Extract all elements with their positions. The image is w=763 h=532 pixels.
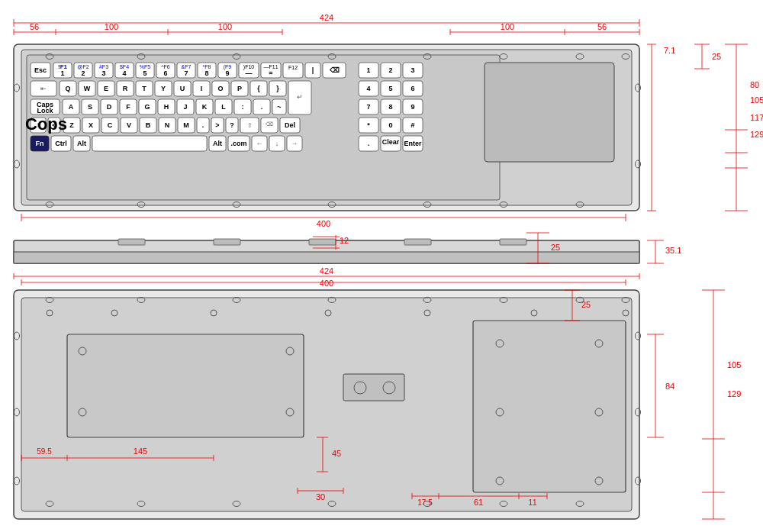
svg-text:V: V <box>127 121 131 129</box>
svg-text:Z: Z <box>69 121 74 129</box>
svg-text:P: P <box>237 85 242 92</box>
svg-text:0: 0 <box>388 121 392 129</box>
svg-text:⇤: ⇤ <box>40 85 47 92</box>
svg-text:#F3: #F3 <box>99 64 108 69</box>
svg-text:@F2: @F2 <box>77 64 89 69</box>
svg-text:Q: Q <box>65 85 70 92</box>
svg-text:80: 80 <box>750 80 759 89</box>
svg-text:56: 56 <box>597 22 607 31</box>
svg-text:25: 25 <box>712 52 721 61</box>
svg-text:Lock: Lock <box>37 107 53 114</box>
svg-text:.: . <box>202 121 204 129</box>
svg-text:105: 105 <box>750 95 763 105</box>
svg-text:~: ~ <box>277 103 281 111</box>
svg-text:145: 145 <box>134 447 147 456</box>
svg-text:⌫: ⌫ <box>266 121 273 127</box>
svg-text:4: 4 <box>366 85 370 92</box>
svg-text:2: 2 <box>81 69 85 77</box>
svg-text:Fn: Fn <box>36 140 44 147</box>
svg-text:12: 12 <box>340 236 349 245</box>
svg-text:—: — <box>246 69 253 77</box>
svg-text:W: W <box>84 85 91 92</box>
svg-rect-241 <box>118 239 145 245</box>
svg-text:7.1: 7.1 <box>664 46 675 55</box>
svg-text:F: F <box>126 103 130 111</box>
svg-text:&F7: &F7 <box>182 64 192 69</box>
svg-text:400: 400 <box>317 219 330 228</box>
svg-text:6: 6 <box>410 85 414 92</box>
svg-text:^F6: ^F6 <box>161 64 170 69</box>
svg-text:A: A <box>69 103 74 111</box>
svg-text:>: > <box>215 121 219 129</box>
svg-text:Y: Y <box>161 85 166 92</box>
svg-text:#: # <box>410 121 414 129</box>
svg-rect-242 <box>214 239 240 245</box>
svg-text:Del: Del <box>285 121 295 129</box>
svg-text:.: . <box>261 103 263 111</box>
svg-text:25: 25 <box>551 243 560 252</box>
svg-text:4: 4 <box>122 69 126 77</box>
svg-text:11: 11 <box>528 498 537 507</box>
svg-text:G: G <box>144 103 150 111</box>
svg-text:Alt: Alt <box>213 140 222 147</box>
svg-text:*F8: *F8 <box>203 64 211 69</box>
svg-text:X: X <box>89 121 93 129</box>
svg-text:U: U <box>180 85 185 92</box>
svg-text:3: 3 <box>410 66 414 74</box>
svg-text:6: 6 <box>163 69 167 77</box>
svg-text:*: * <box>367 121 370 129</box>
svg-text:45: 45 <box>332 449 341 458</box>
svg-rect-243 <box>309 239 336 245</box>
diagram-container: Esc !F1 1 @F2 2 #F3 3 $F4 4 %F5 5 ^F6 6 … <box>0 0 763 532</box>
svg-text:M: M <box>183 121 189 129</box>
svg-text:100: 100 <box>501 22 514 31</box>
svg-text:L: L <box>221 103 226 111</box>
svg-text:←: ← <box>256 140 263 147</box>
svg-text:↓: ↓ <box>275 140 279 147</box>
svg-text:R: R <box>123 85 128 92</box>
svg-rect-283 <box>473 321 626 492</box>
svg-rect-69 <box>485 63 614 162</box>
svg-text:400: 400 <box>320 279 333 288</box>
svg-rect-245 <box>500 239 526 245</box>
svg-text:|: | <box>312 66 314 74</box>
svg-text:8: 8 <box>388 103 392 111</box>
svg-text::: : <box>242 103 244 111</box>
svg-text:129: 129 <box>727 389 741 398</box>
svg-text:105: 105 <box>727 360 741 369</box>
svg-text:J: J <box>183 103 187 111</box>
svg-text:35.1: 35.1 <box>665 246 681 255</box>
svg-text:117: 117 <box>750 113 763 122</box>
svg-text:424: 424 <box>320 266 333 276</box>
svg-text:129: 129 <box>750 130 763 139</box>
svg-text:?: ? <box>230 121 234 129</box>
svg-text:100: 100 <box>218 22 232 31</box>
cops-label: Cops <box>25 114 67 134</box>
svg-text:C: C <box>108 121 113 129</box>
svg-text:424: 424 <box>320 13 333 22</box>
svg-text:9: 9 <box>225 69 229 77</box>
svg-text:I: I <box>201 85 203 92</box>
svg-text:.com: .com <box>230 140 246 147</box>
svg-text:N: N <box>165 121 170 129</box>
svg-text:{: { <box>257 85 260 92</box>
svg-text:B: B <box>146 121 151 129</box>
svg-text:56: 56 <box>30 22 39 31</box>
svg-text:Alt: Alt <box>77 140 86 147</box>
svg-text:↵: ↵ <box>297 93 303 101</box>
svg-text:K: K <box>202 103 208 111</box>
svg-text:59.5: 59.5 <box>37 447 52 456</box>
svg-text:Enter: Enter <box>404 140 422 147</box>
svg-text:7: 7 <box>366 103 370 111</box>
svg-text:⌫: ⌫ <box>329 66 340 74</box>
svg-text:25: 25 <box>581 300 591 309</box>
svg-rect-275 <box>67 334 304 437</box>
svg-rect-179 <box>92 136 207 151</box>
svg-text:Clear: Clear <box>382 138 400 146</box>
svg-text:30: 30 <box>316 492 325 501</box>
svg-text:H: H <box>164 103 169 111</box>
svg-text:Ctrl: Ctrl <box>55 140 67 147</box>
svg-text:—F11: —F11 <box>263 64 278 69</box>
svg-text:%F5: %F5 <box>140 64 151 69</box>
svg-text:3: 3 <box>101 69 105 77</box>
